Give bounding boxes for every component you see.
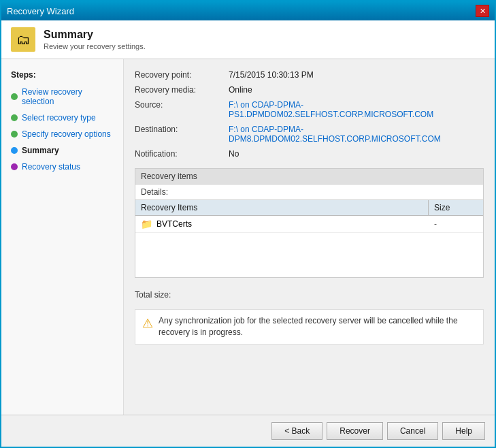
sidebar-item-summary: Summary — [1, 142, 123, 159]
title-bar-controls: ✕ — [476, 5, 489, 17]
recovery-items-section: Recovery items Details: Recovery Items S… — [135, 168, 484, 278]
total-size: Total size: — [135, 286, 484, 304]
table-body: 📁 BVTCerts - — [135, 216, 483, 277]
page-title: Summary — [44, 29, 146, 41]
item-name-cell: 📁 BVTCerts — [135, 216, 429, 232]
notification-label: Notification: — [135, 148, 223, 160]
details-label: Details: — [135, 185, 483, 199]
folder-icon: 📁 — [141, 219, 152, 229]
header-text: Summary Review your recovery settings. — [44, 29, 146, 50]
title-bar: Recovery Wizard ✕ — [1, 1, 495, 20]
page-subtitle: Review your recovery settings. — [44, 42, 146, 50]
sidebar-item-review[interactable]: Review recovery selection — [1, 84, 123, 110]
window-title: Recovery Wizard — [7, 6, 74, 16]
table-header: Recovery Items Size — [135, 200, 483, 216]
sidebar-item-specify[interactable]: Specify recovery options — [1, 126, 123, 142]
recovery-items-header: Recovery items — [135, 169, 483, 185]
content-area: Recovery point: 7/15/2015 10:30:13 PM Re… — [124, 59, 495, 415]
recovery-point-value: 7/15/2015 10:30:13 PM — [229, 69, 484, 81]
warning-icon: ⚠ — [142, 316, 153, 331]
dot-icon-specify — [11, 131, 18, 138]
sidebar-item-label-summary: Summary — [22, 146, 59, 155]
help-button[interactable]: Help — [442, 422, 485, 440]
destination-value: F:\ on CDAP-DPMA-DPM8.DPMDOM02.SELFHOST.… — [229, 123, 484, 145]
sidebar-item-select[interactable]: Select recovery type — [1, 110, 123, 126]
back-button[interactable]: < Back — [271, 422, 323, 440]
source-label: Source: — [135, 99, 223, 121]
col-header-size: Size — [429, 200, 483, 215]
dot-icon-status — [11, 163, 18, 170]
sidebar: Steps: Review recovery selection Select … — [1, 59, 124, 415]
recovery-point-label: Recovery point: — [135, 69, 223, 81]
item-size-cell: - — [429, 217, 483, 231]
sidebar-label: Steps: — [1, 66, 123, 84]
sidebar-item-label-specify: Specify recovery options — [22, 129, 111, 139]
recover-button[interactable]: Recover — [327, 422, 383, 440]
sidebar-item-status[interactable]: Recovery status — [1, 159, 123, 175]
destination-label: Destination: — [135, 123, 223, 145]
recovery-media-value: Online — [229, 84, 484, 96]
wizard-icon: 🗂 — [11, 27, 35, 52]
footer: < Back Recover Cancel Help — [1, 415, 495, 447]
col-header-items: Recovery Items — [135, 200, 429, 215]
warning-text: Any synchronization job for the selected… — [159, 315, 476, 338]
total-size-label: Total size: — [135, 290, 171, 300]
dot-icon-summary — [11, 147, 18, 154]
warning-box: ⚠ Any synchronization job for the select… — [135, 309, 484, 345]
source-value: F:\ on CDAP-DPMA-PS1.DPMDOM02.SELFHOST.C… — [229, 99, 484, 121]
close-button[interactable]: ✕ — [476, 5, 489, 17]
main-content: Steps: Review recovery selection Select … — [1, 59, 495, 415]
dot-icon-select — [11, 114, 18, 121]
recovery-wizard-window: Recovery Wizard ✕ 🗂 Summary Review your … — [0, 0, 496, 448]
notification-value: No — [229, 148, 484, 160]
table-row[interactable]: 📁 BVTCerts - — [135, 216, 483, 233]
sidebar-item-label-review: Review recovery selection — [22, 87, 114, 106]
header-area: 🗂 Summary Review your recovery settings. — [1, 20, 495, 59]
sidebar-item-label-select: Select recovery type — [22, 113, 96, 123]
recovery-media-label: Recovery media: — [135, 84, 223, 96]
sidebar-item-label-status: Recovery status — [22, 162, 80, 172]
info-grid: Recovery point: 7/15/2015 10:30:13 PM Re… — [135, 69, 484, 160]
table-container: Recovery Items Size 📁 BVTCerts - — [135, 199, 483, 277]
dot-icon-review — [11, 93, 18, 100]
item-name: BVTCerts — [156, 219, 192, 229]
cancel-button[interactable]: Cancel — [387, 422, 438, 440]
